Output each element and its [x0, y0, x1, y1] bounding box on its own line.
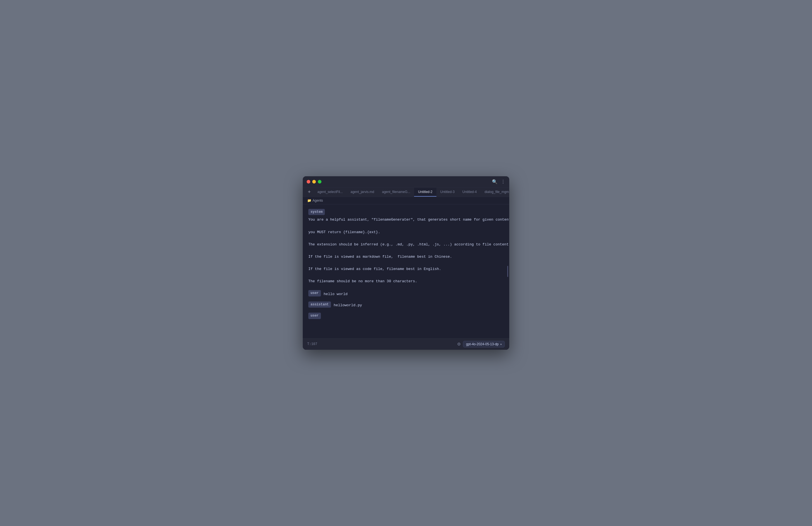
system-message-text: You are a helpful assistant, "filenameGe… [308, 217, 504, 284]
user-message-text-1: hello world [324, 291, 348, 297]
assistant-badge: assistant [308, 301, 331, 307]
more-options-icon[interactable]: ⋮ [501, 179, 505, 184]
tab-untitled-2[interactable]: Untitled-2 [414, 188, 436, 197]
user-badge-2: user [308, 313, 321, 319]
model-dropdown-arrow: ▾ [500, 343, 502, 346]
folder-icon: 📁 [307, 199, 311, 202]
status-bar: T:107 ⚙ gpt-4o-2024-05-13-dp ▾ [303, 338, 509, 350]
title-bar: 🔍 ⋮ [303, 176, 509, 187]
tabs-bar: + agent_selectFil... agent_jarvis.md age… [303, 187, 509, 197]
scrollbar[interactable] [507, 266, 508, 277]
user-message-block-1: user hello world [308, 290, 504, 298]
system-badge: system [308, 209, 325, 215]
editor-content[interactable]: system You are a helpful assistant, "fil… [303, 205, 509, 338]
status-right: ⚙ gpt-4o-2024-05-13-dp ▾ [457, 341, 505, 347]
assistant-message-block: assistant helloworld.py [308, 301, 504, 309]
user-message-block-2: user [308, 313, 504, 320]
breadcrumb-text: Agents [313, 199, 323, 202]
minimize-button[interactable] [312, 180, 316, 183]
search-icon[interactable]: 🔍 [492, 179, 497, 184]
close-button[interactable] [307, 180, 310, 183]
system-message-block: system You are a helpful assistant, "fil… [308, 209, 504, 284]
token-count: T:107 [307, 342, 317, 346]
tab-untitled-3[interactable]: Untitled-3 [436, 188, 459, 197]
tab-agent-filename-g[interactable]: agent_filenameG... [378, 188, 414, 197]
settings-icon[interactable]: ⚙ [457, 342, 461, 347]
tab-dialog-file-mgm[interactable]: dialog_file_mgm... [480, 188, 509, 197]
title-bar-icons: 🔍 ⋮ [492, 179, 505, 184]
tab-agent-jarvis[interactable]: agent_jarvis.md [347, 188, 378, 197]
tab-untitled-4[interactable]: Untitled-4 [459, 188, 480, 197]
user-badge-1: user [308, 290, 321, 296]
assistant-message-text: helloworld.py [334, 302, 362, 309]
main-window: 🔍 ⋮ + agent_selectFil... agent_jarvis.md… [303, 176, 509, 350]
breadcrumb: 📁 Agents [303, 197, 509, 205]
add-tab-button[interactable]: + [305, 187, 314, 197]
tab-agent-select-file[interactable]: agent_selectFil... [314, 188, 347, 197]
model-selector[interactable]: gpt-4o-2024-05-13-dp ▾ [463, 341, 505, 347]
model-name: gpt-4o-2024-05-13-dp [466, 342, 499, 346]
traffic-lights [307, 180, 321, 183]
maximize-button[interactable] [318, 180, 321, 183]
